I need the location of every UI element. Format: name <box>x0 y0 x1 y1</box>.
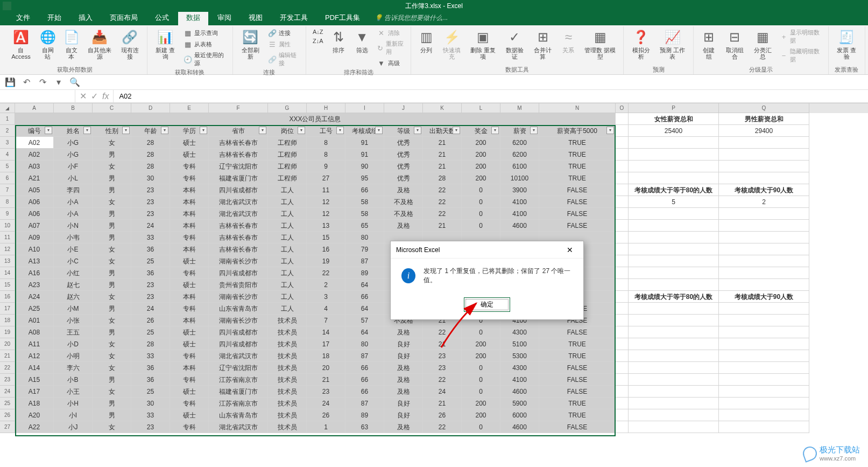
cell[interactable] <box>629 338 719 350</box>
group-button[interactable]: ⊞创建组 <box>698 27 719 61</box>
data-cell[interactable]: 及格 <box>384 362 423 374</box>
undo-icon[interactable]: ↶ <box>22 78 31 87</box>
sort-az-button[interactable]: A↓Z <box>310 27 326 36</box>
flash-fill-button[interactable]: ⚡快速填充 <box>439 27 464 61</box>
data-cell[interactable]: 女 <box>93 196 131 208</box>
cell[interactable] <box>719 267 809 279</box>
cell[interactable] <box>719 350 809 362</box>
data-cell[interactable]: 66 <box>345 362 384 374</box>
cell[interactable] <box>616 291 629 303</box>
data-cell[interactable]: 6200 <box>500 149 539 161</box>
cell[interactable] <box>719 303 809 315</box>
existing-conn-button[interactable]: 🔗现有连接 <box>117 27 143 61</box>
col-header[interactable]: K <box>423 103 462 113</box>
data-cell[interactable]: 本科 <box>170 291 209 303</box>
data-cell[interactable]: 硕士 <box>170 279 209 291</box>
whatif-button[interactable]: ❓模拟分析 <box>628 27 654 61</box>
data-cell[interactable]: 5300 <box>500 350 539 362</box>
data-cell[interactable]: 63 <box>345 421 384 433</box>
column-header-cell[interactable]: 薪资高于5000▾ <box>539 125 616 137</box>
data-cell[interactable]: 工人 <box>268 267 307 279</box>
col-header[interactable]: I <box>345 103 384 113</box>
data-cell[interactable]: 33 <box>131 409 170 421</box>
data-cell[interactable]: 8 <box>307 137 345 149</box>
data-cell[interactable]: 工人 <box>268 255 307 267</box>
filter-dropdown-icon[interactable]: ▾ <box>453 127 460 134</box>
column-header-cell[interactable]: 等级▾ <box>384 125 423 137</box>
data-cell[interactable]: 21 <box>423 398 462 409</box>
data-cell[interactable]: 36 <box>131 374 170 386</box>
cell[interactable]: 29400 <box>719 125 809 137</box>
data-cell[interactable]: 21 <box>307 374 345 386</box>
data-cell[interactable]: 工程师 <box>268 172 307 184</box>
select-all-cell[interactable]: ◢ <box>0 103 15 113</box>
name-box[interactable] <box>0 90 75 102</box>
cell[interactable]: 考核成绩大于等于80的人数 <box>629 184 719 196</box>
data-cell[interactable]: 小红 <box>54 267 93 279</box>
row-header[interactable]: 16 <box>0 291 15 303</box>
data-cell[interactable]: 3900 <box>500 184 539 196</box>
row-header[interactable]: 2 <box>0 125 15 137</box>
cell[interactable] <box>719 409 809 421</box>
data-cell[interactable]: 江苏省南京市 <box>209 398 268 409</box>
data-cell[interactable]: 吉林省长春市 <box>209 232 268 243</box>
data-cell[interactable]: A06 <box>15 208 54 220</box>
data-cell[interactable]: 良好 <box>384 350 423 362</box>
data-cell[interactable]: A13 <box>15 255 54 267</box>
data-cell[interactable]: A24 <box>15 291 54 303</box>
data-cell[interactable]: 专科 <box>170 350 209 362</box>
data-cell[interactable]: 17 <box>307 338 345 350</box>
row-header[interactable]: 1 <box>0 113 15 125</box>
data-cell[interactable]: 硕士 <box>170 255 209 267</box>
from-other-button[interactable]: 📥自其他来源 <box>84 27 115 61</box>
data-cell[interactable]: 工程师 <box>268 137 307 149</box>
column-header-cell[interactable]: 薪资▾ <box>500 125 539 137</box>
cell[interactable] <box>629 386 719 398</box>
data-cell[interactable]: 小王 <box>54 386 93 398</box>
data-cell[interactable]: 及格 <box>384 374 423 386</box>
data-cell[interactable]: 1 <box>307 421 345 433</box>
cell[interactable] <box>616 137 629 149</box>
data-cell[interactable]: 0 <box>462 220 500 232</box>
data-cell[interactable]: 男 <box>93 232 131 243</box>
col-header[interactable]: L <box>462 103 500 113</box>
data-cell[interactable]: A07 <box>15 220 54 232</box>
new-query-button[interactable]: 📊新建 查询 <box>152 27 179 61</box>
data-cell[interactable]: 小韦 <box>54 232 93 243</box>
data-cell[interactable]: 9 <box>307 161 345 172</box>
data-cell[interactable]: 四川省成都市 <box>209 338 268 350</box>
data-cell[interactable]: FALSE <box>539 220 616 232</box>
data-cell[interactable]: 专科 <box>170 421 209 433</box>
cell[interactable] <box>616 255 629 267</box>
data-cell[interactable]: 王五 <box>54 326 93 338</box>
data-cell[interactable]: 89 <box>345 267 384 279</box>
data-cell[interactable]: A01 <box>15 315 54 326</box>
data-cell[interactable]: 本科 <box>170 315 209 326</box>
cell[interactable] <box>719 243 809 255</box>
cell[interactable] <box>616 125 629 137</box>
col-header[interactable]: M <box>500 103 539 113</box>
row-header[interactable]: 27 <box>0 421 15 433</box>
data-cell[interactable]: 4300 <box>500 362 539 374</box>
data-cell[interactable]: 23 <box>131 184 170 196</box>
connections-button[interactable]: 🔗连接 <box>266 27 301 38</box>
cell[interactable] <box>616 184 629 196</box>
row-header[interactable]: 22 <box>0 362 15 374</box>
data-cell[interactable]: 小M <box>54 303 93 315</box>
cell[interactable] <box>719 362 809 374</box>
data-cell[interactable]: 25 <box>131 326 170 338</box>
data-cell[interactable]: 专科 <box>170 267 209 279</box>
cancel-formula-icon[interactable]: ✕ <box>80 91 87 101</box>
data-cell[interactable]: 小G <box>54 149 93 161</box>
data-cell[interactable]: 26 <box>131 315 170 326</box>
remove-duplicates-button[interactable]: ▣删除 重复项 <box>467 27 499 61</box>
data-cell[interactable]: 女 <box>93 315 131 326</box>
data-cell[interactable]: 小I <box>54 409 93 421</box>
data-cell[interactable]: 90 <box>345 161 384 172</box>
column-header-cell[interactable]: 出勤天数▾ <box>423 125 462 137</box>
subtotal-button[interactable]: ▦分类汇总 <box>750 27 775 61</box>
cell[interactable]: 女性薪资总和 <box>629 113 719 125</box>
data-cell[interactable]: 专科 <box>170 374 209 386</box>
data-cell[interactable]: 硕士 <box>170 338 209 350</box>
data-cell[interactable]: 工人 <box>268 196 307 208</box>
